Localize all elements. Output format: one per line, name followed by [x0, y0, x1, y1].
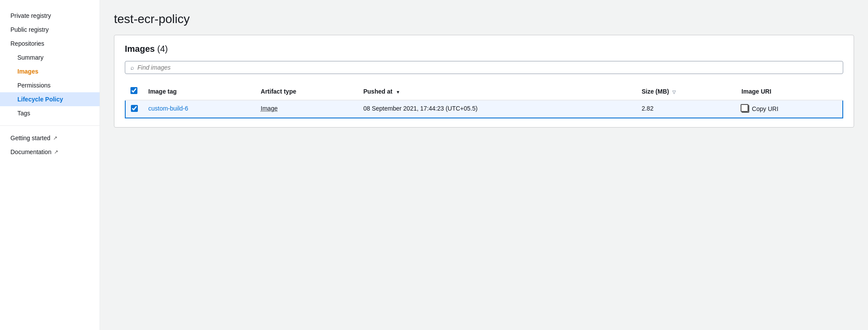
page-title: test-ecr-policy: [114, 12, 854, 26]
search-input[interactable]: [137, 64, 838, 71]
sidebar-item-lifecycle-policy[interactable]: Lifecycle Policy: [0, 92, 100, 106]
sort-outline-icon: ▽: [672, 90, 676, 94]
row-pushed-at: 08 September 2021, 17:44:23 (UTC+05.5): [358, 100, 636, 118]
row-checkbox-cell[interactable]: [125, 100, 143, 118]
sidebar-item-getting-started[interactable]: Getting started ↗: [0, 131, 100, 145]
row-checkbox[interactable]: [131, 105, 138, 112]
col-label: Size (MB): [641, 88, 669, 95]
sidebar-item-label: Repositories: [10, 40, 44, 47]
sidebar-item-label: Permissions: [17, 82, 50, 89]
sidebar-item-permissions[interactable]: Permissions: [0, 78, 100, 92]
sidebar-item-label: Lifecycle Policy: [17, 96, 63, 103]
col-label: Pushed at: [363, 88, 392, 95]
row-size: 2.82: [636, 100, 736, 118]
sidebar-item-repositories[interactable]: Repositories: [0, 37, 100, 51]
sidebar-item-label: Summary: [17, 54, 43, 61]
table-col-artifact-type: Artifact type: [256, 83, 358, 100]
images-count: (4): [157, 44, 168, 54]
sidebar-divider: [0, 125, 100, 126]
select-all-checkbox[interactable]: [130, 87, 137, 94]
col-label: Image URI: [741, 88, 771, 95]
sidebar-item-public-registry[interactable]: Public registry: [0, 23, 100, 37]
table-col-pushed-at[interactable]: Pushed at ▼: [358, 83, 636, 100]
col-label: Image tag: [148, 88, 177, 95]
table-col-image-uri: Image URI: [736, 83, 843, 100]
artifact-type-value: Image: [261, 105, 278, 112]
images-panel: Images (4) ⌕ Image tag Artifact type: [114, 35, 854, 128]
table-row: custom-build-6 Image 08 September 2021, …: [125, 100, 843, 118]
row-image-tag[interactable]: custom-build-6: [143, 100, 256, 118]
copy-label: Copy URI: [752, 105, 778, 112]
row-image-uri[interactable]: Copy URI: [736, 100, 843, 118]
sidebar-item-label: Getting started: [10, 135, 50, 141]
main-content: test-ecr-policy Images (4) ⌕ Image tag: [100, 0, 868, 330]
sidebar-item-label: Tags: [17, 110, 30, 117]
sidebar-item-label: Documentation: [10, 148, 51, 155]
pushed-at-value: 08 September 2021, 17:44:23 (UTC+05.5): [363, 105, 477, 112]
search-bar[interactable]: ⌕: [125, 61, 843, 74]
table-col-image-tag: Image tag: [143, 83, 256, 100]
sort-desc-icon: ▼: [396, 90, 400, 94]
sidebar-item-summary[interactable]: Summary: [0, 51, 100, 64]
copy-icon: [741, 105, 749, 113]
sidebar-item-private-registry[interactable]: Private registry: [0, 9, 100, 23]
sidebar-item-label: Private registry: [10, 12, 51, 19]
external-link-icon: ↗: [54, 149, 58, 155]
sidebar-item-tags[interactable]: Tags: [0, 106, 100, 120]
images-table: Image tag Artifact type Pushed at ▼ Size…: [125, 83, 843, 118]
image-tag-link[interactable]: custom-build-6: [148, 105, 188, 112]
table-col-size[interactable]: Size (MB) ▽: [636, 83, 736, 100]
sidebar-item-label: Images: [17, 68, 38, 75]
section-header: Images (4): [125, 44, 843, 54]
row-artifact-type: Image: [256, 100, 358, 118]
table-col-checkbox[interactable]: [125, 83, 143, 100]
search-icon: ⌕: [130, 64, 134, 71]
sidebar-item-documentation[interactable]: Documentation ↗: [0, 145, 100, 159]
sidebar: Private registry Public registry Reposit…: [0, 0, 100, 330]
size-value: 2.82: [641, 105, 653, 112]
col-label: Artifact type: [261, 88, 297, 95]
copy-uri-button[interactable]: Copy URI: [741, 105, 837, 113]
sidebar-item-label: Public registry: [10, 26, 49, 33]
table-header-row: Image tag Artifact type Pushed at ▼ Size…: [125, 83, 843, 100]
external-link-icon: ↗: [53, 135, 57, 141]
sidebar-item-images[interactable]: Images: [0, 64, 100, 78]
section-title: Images: [125, 44, 155, 54]
